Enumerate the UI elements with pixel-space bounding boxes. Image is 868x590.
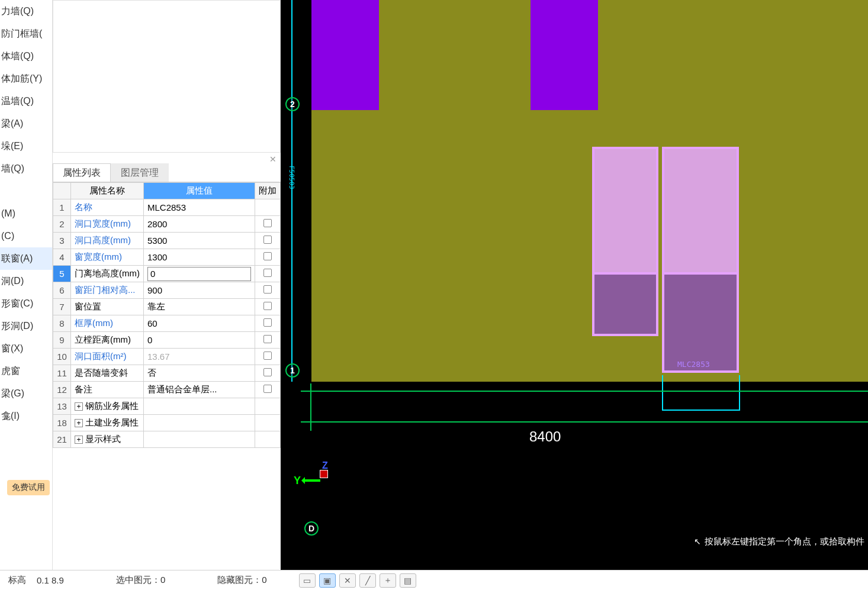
value-input[interactable] bbox=[147, 267, 251, 281]
property-panel: ✕ 属性列表 图层管理 属性名称 属性值 附加 1名称MLC28532洞口宽度(… bbox=[53, 0, 281, 590]
extra-cell bbox=[255, 398, 281, 415]
checkbox[interactable] bbox=[263, 285, 272, 294]
expand-icon[interactable]: + bbox=[75, 436, 83, 444]
property-value[interactable]: 900 bbox=[143, 282, 255, 299]
checkbox[interactable] bbox=[263, 219, 272, 227]
window-pane-lower bbox=[592, 272, 658, 336]
table-row[interactable]: 8框厚(mm)60 bbox=[53, 315, 281, 332]
drawing-canvas[interactable]: 2 1 D 8400 MLC2853 F50503 Z Y ↖ 按鼠标左键指定第… bbox=[281, 0, 868, 570]
property-value[interactable] bbox=[143, 266, 255, 282]
tool-select-icon[interactable]: ▭ bbox=[299, 573, 316, 588]
header-value: 属性值 bbox=[143, 183, 255, 199]
table-row[interactable]: 2洞口宽度(mm)2800 bbox=[53, 216, 281, 233]
sidebar-item[interactable]: 联窗(A) bbox=[0, 247, 52, 270]
table-row[interactable]: 11是否随墙变斜否 bbox=[53, 365, 281, 382]
checkbox[interactable] bbox=[263, 352, 272, 360]
sidebar-item[interactable]: 体墙(Q) bbox=[0, 45, 52, 67]
checkbox[interactable] bbox=[263, 335, 272, 343]
property-value[interactable]: MLC2853 bbox=[143, 199, 255, 216]
table-row[interactable]: 1名称MLC2853 bbox=[53, 199, 281, 216]
tab-properties[interactable]: 属性列表 bbox=[53, 163, 111, 182]
checkbox[interactable] bbox=[263, 236, 272, 244]
property-name: 窗距门相对高... bbox=[71, 282, 144, 299]
extra-cell bbox=[255, 233, 281, 249]
property-value[interactable]: 靠左 bbox=[143, 299, 255, 315]
property-value[interactable] bbox=[143, 398, 255, 415]
table-row[interactable]: 6窗距门相对高...900 bbox=[53, 282, 281, 299]
row-number: 3 bbox=[53, 233, 71, 249]
sidebar-item[interactable]: 虎窗 bbox=[0, 360, 52, 382]
sidebar-item[interactable]: 垛(E) bbox=[0, 135, 52, 157]
sidebar-item[interactable]: 形洞(D) bbox=[0, 315, 52, 337]
row-number: 21 bbox=[53, 431, 71, 448]
panel-tabs: 属性列表 图层管理 bbox=[53, 163, 281, 182]
row-number: 1 bbox=[53, 199, 71, 216]
table-row[interactable]: 18+土建业务属性 bbox=[53, 415, 281, 431]
expand-icon[interactable]: + bbox=[75, 419, 83, 427]
axis-marker-2: 2 bbox=[285, 97, 300, 111]
sidebar-item[interactable]: (M) bbox=[0, 202, 52, 225]
tool-window-icon[interactable]: ▣ bbox=[319, 573, 336, 588]
tool-line-icon[interactable]: ╱ bbox=[359, 573, 376, 588]
property-value[interactable]: 2800 bbox=[143, 216, 255, 233]
table-row[interactable]: 4窗宽度(mm)1300 bbox=[53, 249, 281, 266]
tool-add-icon[interactable]: ＋ bbox=[380, 573, 396, 588]
table-row[interactable]: 9立樘距离(mm)0 bbox=[53, 332, 281, 349]
checkbox[interactable] bbox=[263, 269, 272, 277]
property-value[interactable]: 1300 bbox=[143, 249, 255, 266]
table-row[interactable]: 12备注普通铝合金单层... bbox=[53, 382, 281, 398]
property-value[interactable]: 5300 bbox=[143, 233, 255, 249]
sidebar-item[interactable]: 龛(I) bbox=[0, 405, 52, 427]
checkbox[interactable] bbox=[263, 252, 272, 260]
checkbox[interactable] bbox=[263, 302, 272, 310]
dimension-line bbox=[301, 421, 868, 423]
table-row[interactable]: 7窗位置靠左 bbox=[53, 299, 281, 315]
sidebar-item[interactable]: 温墙(Q) bbox=[0, 90, 52, 112]
free-trial-button[interactable]: 免费试用 bbox=[7, 480, 50, 495]
tool-cross-icon[interactable]: ✕ bbox=[339, 573, 356, 588]
checkbox[interactable] bbox=[263, 385, 272, 393]
property-value[interactable]: 否 bbox=[143, 365, 255, 382]
property-name: 洞口面积(m²) bbox=[71, 349, 144, 365]
property-value[interactable]: 普通铝合金单层... bbox=[143, 382, 255, 398]
sidebar-item[interactable]: 体加筋(Y) bbox=[0, 67, 52, 90]
extra-cell bbox=[255, 415, 281, 431]
extra-cell bbox=[255, 199, 281, 216]
row-number: 11 bbox=[53, 365, 71, 382]
property-value[interactable] bbox=[143, 431, 255, 448]
sidebar-item[interactable]: (C) bbox=[0, 225, 52, 247]
table-row[interactable]: 21+显示样式 bbox=[53, 431, 281, 448]
sidebar-item[interactable]: 形窗(C) bbox=[0, 292, 52, 315]
tool-layers-icon[interactable]: ▤ bbox=[400, 573, 416, 588]
property-value[interactable]: 0 bbox=[143, 332, 255, 349]
sidebar-item[interactable]: 力墙(Q) bbox=[0, 0, 52, 22]
expand-icon[interactable]: + bbox=[75, 402, 83, 411]
row-number: 13 bbox=[53, 398, 71, 415]
canvas-hint: ↖ 按鼠标左键指定第一个角点，或拾取构件 bbox=[690, 533, 868, 550]
sidebar-item[interactable]: 墙(Q) bbox=[0, 157, 52, 180]
property-value[interactable] bbox=[143, 415, 255, 431]
checkbox[interactable] bbox=[263, 318, 272, 327]
sidebar-item[interactable]: 梁(G) bbox=[0, 382, 52, 405]
sidebar-item[interactable]: 窗(X) bbox=[0, 337, 52, 360]
checkbox[interactable] bbox=[263, 368, 272, 376]
extra-cell bbox=[255, 382, 281, 398]
header-extra: 附加 bbox=[255, 183, 281, 199]
element-label: MLC2853 bbox=[677, 360, 710, 369]
property-value[interactable]: 13.67 bbox=[143, 349, 255, 365]
tab-layers[interactable]: 图层管理 bbox=[111, 163, 169, 182]
section-label: F50503 bbox=[288, 166, 295, 189]
close-icon[interactable]: ✕ bbox=[269, 155, 277, 163]
sidebar-item[interactable]: 洞(D) bbox=[0, 270, 52, 292]
axis-marker-d: D bbox=[304, 521, 319, 536]
table-row[interactable]: 13+钢筋业务属性 bbox=[53, 398, 281, 415]
sidebar-item[interactable]: 梁(A) bbox=[0, 112, 52, 135]
pointer-icon: ↖ bbox=[694, 533, 701, 550]
property-value[interactable]: 60 bbox=[143, 315, 255, 332]
table-row[interactable]: 10洞口面积(m²)13.67 bbox=[53, 349, 281, 365]
table-row[interactable]: 5门离地高度(mm) bbox=[53, 266, 281, 282]
row-number: 9 bbox=[53, 332, 71, 349]
sidebar-item[interactable]: 防门框墙( bbox=[0, 22, 52, 45]
status-selected: 选中图元：0 bbox=[108, 575, 173, 586]
table-row[interactable]: 3洞口高度(mm)5300 bbox=[53, 233, 281, 249]
